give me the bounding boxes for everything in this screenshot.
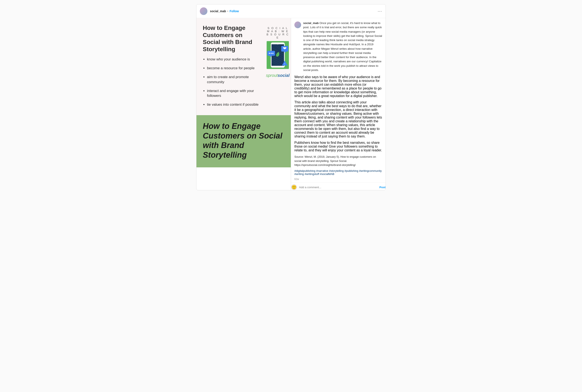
post-header: social_mab • Follow ··· bbox=[196, 4, 386, 18]
caption-para-3: This article also talks about connecting… bbox=[294, 100, 382, 138]
social-text: social bbox=[278, 73, 290, 78]
list-item: know who your audience is bbox=[207, 57, 260, 62]
caption-para-2: Wenzl also says to be aware of who your … bbox=[294, 75, 382, 98]
caption-username[interactable]: social_mab bbox=[303, 22, 319, 25]
illustration-inner: How to Engage Customers on Social with B… bbox=[196, 18, 291, 167]
dot-separator: • bbox=[227, 10, 228, 13]
avatar bbox=[200, 7, 208, 15]
phone-illustration: S O C I A L M A B : W E B S O U R C E bbox=[266, 24, 290, 81]
caption-source: Source: Wenzl, M. (2019, January 5). How… bbox=[294, 155, 382, 167]
comment-input[interactable] bbox=[299, 186, 377, 189]
hashtags[interactable]: #digitalpublishing #narrative #storytell… bbox=[294, 169, 382, 176]
list-item: become a resource for people bbox=[207, 66, 260, 71]
svg-point-16 bbox=[269, 53, 270, 54]
caption-panel: social_mab Once you get on social, it's … bbox=[291, 18, 386, 190]
post-comment-button[interactable]: Post bbox=[380, 186, 386, 189]
list-item: interact and engage with your followers bbox=[207, 88, 260, 98]
timestamp: 62w bbox=[294, 178, 382, 181]
sprout-social-logo: sproutsocial bbox=[266, 70, 290, 81]
left-text: How to Engage Customers on Social with B… bbox=[203, 24, 262, 111]
caption-para-4: Publishers know how to find the best nar… bbox=[294, 141, 382, 152]
bottom-title: How to Engage Customers on Social with B… bbox=[203, 122, 284, 160]
svg-point-17 bbox=[270, 53, 272, 54]
instagram-post-card: social_mab • Follow ··· How to Engage Cu… bbox=[196, 4, 386, 190]
top-section: How to Engage Customers on Social with B… bbox=[196, 18, 291, 115]
post-image-panel: How to Engage Customers on Social with B… bbox=[196, 18, 291, 190]
caption-header: social_mab Once you get on social, it's … bbox=[294, 21, 382, 72]
main-layout: How to Engage Customers on Social with B… bbox=[196, 18, 386, 190]
svg-text:!: ! bbox=[284, 62, 285, 65]
list-item: tie values into content if possible bbox=[207, 102, 260, 107]
sprout-text: sprout bbox=[266, 73, 278, 78]
caption-text: social_mab Once you get on social, it's … bbox=[303, 21, 382, 72]
post-illustration: How to Engage Customers on Social with B… bbox=[196, 18, 291, 167]
bottom-section: How to Engage Customers on Social with B… bbox=[196, 115, 291, 167]
comment-row: 🙂 Post bbox=[291, 182, 386, 190]
follow-button[interactable]: Follow bbox=[230, 10, 239, 13]
source-label: S O C I A L M A B : W E B S O U R C E bbox=[266, 24, 290, 40]
caption-content: social_mab Once you get on social, it's … bbox=[291, 18, 386, 182]
list-item: aim to create and promote community bbox=[207, 74, 260, 85]
phone-svg: ! bbox=[266, 40, 290, 70]
svg-point-3 bbox=[276, 44, 279, 44]
caption-avatar bbox=[294, 22, 301, 28]
post-title: How to Engage Customers on Social with B… bbox=[203, 24, 260, 53]
svg-point-18 bbox=[272, 53, 273, 54]
caption-para-1: Once you get on social, it's hard to kno… bbox=[303, 22, 382, 72]
more-options-button[interactable]: ··· bbox=[378, 9, 382, 14]
username[interactable]: social_mab bbox=[210, 10, 226, 13]
bullet-list: know who your audience is become a resou… bbox=[203, 57, 260, 107]
header-info: social_mab • Follow bbox=[210, 10, 378, 13]
comment-avatar: 🙂 bbox=[291, 184, 297, 190]
